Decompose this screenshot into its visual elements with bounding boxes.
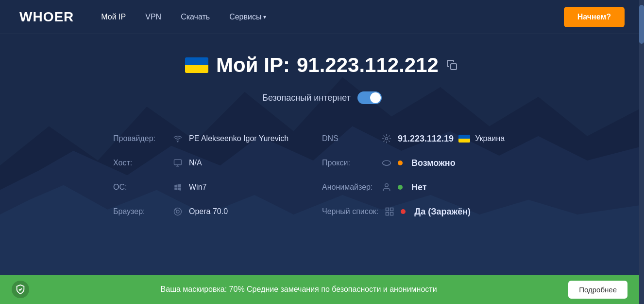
svg-line-10	[175, 209, 177, 211]
bottom-bar: Ваша маскировка: 70% Средние замечания п…	[0, 275, 639, 304]
get-started-button[interactable]: Начнем?	[564, 7, 625, 27]
anon-dot	[398, 185, 403, 190]
proxy-dot	[398, 161, 403, 165]
svg-point-4	[177, 141, 178, 142]
svg-rect-3	[451, 64, 457, 70]
svg-rect-17	[390, 213, 393, 215]
nav-services-label: Сервисы	[229, 13, 261, 21]
nav-vpn[interactable]: VPN	[137, 9, 169, 25]
svg-point-11	[386, 138, 388, 140]
browser-value: Opera 70.0	[189, 207, 228, 216]
anon-label: Анонимайзер:	[322, 183, 375, 192]
svg-rect-5	[174, 160, 182, 165]
host-row: Хост: N/A	[113, 153, 322, 173]
provider-label: Провайдер:	[113, 134, 167, 143]
blacklist-label: Черный список:	[322, 207, 378, 216]
ip-header: Мой IP: 91.223.112.212	[185, 54, 459, 77]
dns-country: Украина	[475, 134, 505, 143]
windows-icon	[172, 182, 183, 193]
proxy-row: Прокси: Возможно	[322, 153, 531, 173]
dns-row: DNS 91.223.112.19 Украина	[322, 128, 531, 149]
nav-services[interactable]: Сервисы ▾	[221, 9, 274, 25]
svg-point-13	[385, 184, 389, 187]
dns-country-flag	[458, 135, 470, 143]
svg-rect-15	[390, 208, 393, 211]
anon-value: Нет	[411, 182, 427, 193]
secure-row: Безопасный интернет	[262, 91, 382, 104]
wifi-icon	[172, 133, 183, 144]
browser-row: Браузер: Opera 70.0	[113, 201, 322, 222]
bottom-text: Ваша маскировка: 70% Средние замечания п…	[37, 285, 560, 294]
svg-rect-16	[386, 213, 389, 215]
os-value-display: Win7	[189, 183, 206, 192]
proxy-icon	[381, 158, 392, 168]
dns-label: DNS	[322, 134, 375, 143]
anon-row: Анонимайзер: Нет	[322, 177, 531, 197]
host-label: Хост:	[113, 159, 167, 167]
ukraine-flag	[185, 57, 208, 73]
blacklist-value: Да (Заражён)	[414, 207, 471, 217]
ip-prefix: Мой IP:	[216, 54, 290, 77]
ip-title: Мой IP: 91.223.112.212	[216, 54, 459, 77]
main-content: Мой IP: 91.223.112.212 Безопасный интерн…	[0, 34, 644, 222]
navbar: WHOER Мой IP VPN Скачать Сервисы ▾ Начне…	[0, 0, 644, 34]
provider-value: PE Alekseenko Igor Yurevich	[189, 134, 288, 143]
os-row: ОС: Opera 70.0 Win7	[113, 177, 322, 197]
nav-my-ip[interactable]: Мой IP	[93, 9, 134, 25]
shield-icon	[12, 281, 29, 298]
blacklist-row: Черный список: Да (Заражён)	[322, 201, 531, 222]
proxy-label: Прокси:	[322, 159, 375, 167]
browser-icon	[172, 206, 183, 217]
browser-label: Браузер:	[113, 207, 167, 216]
blacklist-icon	[384, 206, 395, 217]
os-label: ОС:	[113, 183, 167, 192]
right-info-column: DNS 91.223.112.19 Украина	[322, 128, 531, 222]
dns-icon	[381, 133, 392, 144]
ip-address: 91.223.112.212	[297, 54, 439, 77]
blacklist-dot	[401, 209, 406, 214]
scrollbar[interactable]	[639, 0, 644, 304]
monitor-icon	[172, 158, 183, 168]
toggle-knob	[370, 92, 381, 103]
details-button[interactable]: Подробнее	[568, 281, 627, 299]
dns-ip: 91.223.112.19	[398, 134, 454, 144]
secure-toggle[interactable]	[357, 91, 382, 104]
proxy-value: Возможно	[411, 158, 456, 168]
copy-icon[interactable]	[445, 58, 459, 72]
dns-value-group: 91.223.112.19 Украина	[398, 134, 505, 144]
host-value: N/A	[189, 159, 202, 167]
nav-links: Мой IP VPN Скачать Сервисы ▾	[93, 9, 563, 25]
info-grid: Провайдер: PE Alekseenko Igor Yurevich Х…	[103, 128, 541, 222]
anon-icon	[381, 182, 392, 193]
provider-row: Провайдер: PE Alekseenko Igor Yurevich	[113, 128, 322, 149]
chevron-down-icon: ▾	[263, 14, 266, 20]
nav-download[interactable]: Скачать	[173, 9, 218, 25]
logo: WHOER	[19, 9, 74, 25]
scrollbar-thumb[interactable]	[639, 5, 644, 44]
svg-rect-14	[386, 208, 389, 211]
svg-point-9	[176, 210, 179, 213]
left-info-column: Провайдер: PE Alekseenko Igor Yurevich Х…	[113, 128, 322, 222]
secure-label: Безопасный интернет	[262, 93, 351, 103]
